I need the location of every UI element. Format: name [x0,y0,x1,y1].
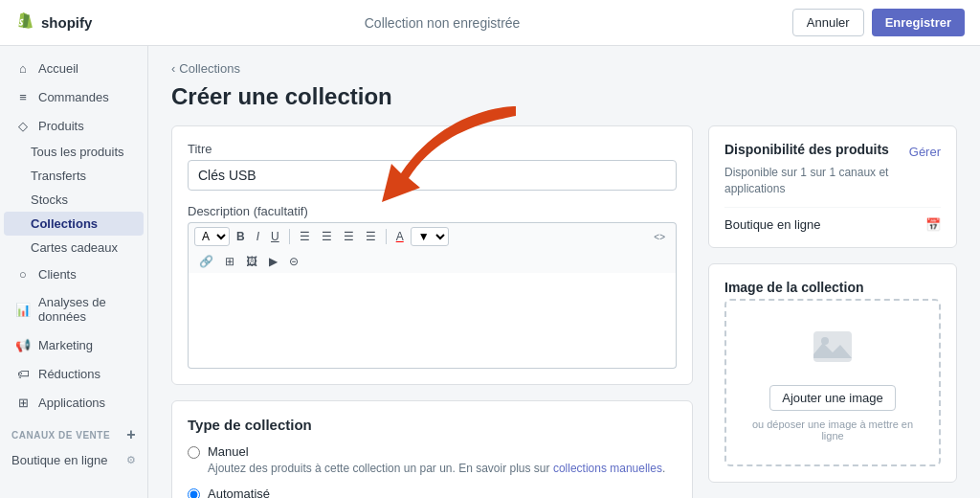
toolbar-divider-1 [289,229,290,244]
breadcrumb[interactable]: ‹ Collections [171,61,957,76]
save-button[interactable]: Enregistrer [872,9,965,36]
justify-button[interactable]: ☰ [361,228,381,245]
manage-link[interactable]: Gérer [909,145,941,159]
hr-button[interactable]: ⊝ [284,253,303,270]
underline-button[interactable]: U [266,228,284,245]
italic-button[interactable]: I [252,228,264,245]
color-button[interactable]: A [391,228,409,245]
main-content: ‹ Collections Créer une collection Titre… [148,46,980,498]
link-collections-manuelles[interactable]: collections manuelles [553,462,662,475]
clients-icon: ○ [15,266,31,282]
upload-button[interactable]: Ajouter une image [769,385,896,411]
home-icon: ⌂ [15,60,31,76]
radio-automatise-label[interactable]: Automatisé [208,487,270,498]
editor-toolbar-row2: 🔗 ⊞ 🖼 ▶ ⊝ [188,250,677,273]
image-button[interactable]: 🖼 [241,253,262,270]
topbar-actions: Annuler Enregistrer [792,9,965,36]
description-editor[interactable] [188,273,677,369]
radio-automatise-content: Automatisé Les produits existants et fut… [208,487,677,498]
editor-toolbar-row1: A B I U ☰ ☰ ☰ ☰ A ▼ [188,222,677,250]
channel-label: Boutique en ligne [11,453,107,467]
image-placeholder-icon [810,324,856,377]
collection-type-title: Type de collection [188,417,677,433]
sidebar-sub-cartes-cadeaux[interactable]: Cartes cadeaux [4,236,144,260]
add-channel-icon[interactable]: + [126,426,136,443]
html-button[interactable]: <> [649,230,670,244]
content-wrapper: Titre Description (facultatif) A B I U ☰… [171,125,957,498]
video-button[interactable]: ▶ [264,253,282,270]
sidebar-sub-collections[interactable]: Collections [4,212,144,236]
apps-icon: ⊞ [15,395,31,410]
image-icon-svg [810,324,856,370]
shopify-logo: shopify [15,12,92,34]
sidebar-item-applications[interactable]: ⊞ Applications [4,388,144,417]
sidebar-label-produits: Produits [38,119,84,133]
image-upload-area[interactable]: Ajouter une image ou déposer une image à… [724,299,941,466]
discounts-icon: 🏷 [15,366,31,381]
sidebar-item-accueil[interactable]: ⌂ Accueil [4,54,144,82]
toolbar-divider-2 [386,229,387,244]
title-input[interactable] [188,160,677,191]
topbar-title: Collection non enregistrée [92,15,791,31]
topbar: shopify Collection non enregistrée Annul… [0,0,980,46]
description-field-label: Description (facultatif) [188,204,677,218]
color-select[interactable]: ▼ [411,227,449,246]
cancel-button[interactable]: Annuler [792,9,864,36]
radio-manuel[interactable] [188,446,200,459]
sidebar-channel-boutique[interactable]: Boutique en ligne ⚙ [0,447,147,473]
channels-section-label: CANAUX DE VENTE + [0,417,147,447]
radio-item-automatise: Automatisé Les produits existants et fut… [188,487,677,498]
content-area: Titre Description (facultatif) A B I U ☰… [171,125,957,498]
sidebar-item-clients[interactable]: ○ Clients [4,260,144,288]
sidebar-label-reductions: Réductions [38,367,100,381]
svg-point-1 [821,337,829,345]
marketing-icon: 📢 [15,337,31,352]
radio-automatise[interactable] [188,488,200,498]
sidebar-sub-tous-produits[interactable]: Tous les produits [4,140,144,164]
format-select[interactable]: A [194,227,230,246]
link-button[interactable]: 🔗 [194,253,218,270]
channel-name: Boutique en ligne [724,217,820,232]
sidebar-sub-transferts[interactable]: Transferts [4,164,144,188]
sidebar: ⌂ Accueil ≡ Commandes ◇ Produits Tous le… [0,46,148,498]
radio-item-manuel: Manuel Ajoutez des produits à cette coll… [188,444,677,477]
sidebar-item-reductions[interactable]: 🏷 Réductions [4,359,144,388]
align-center-button[interactable]: ☰ [317,228,337,245]
title-description-card: Titre Description (facultatif) A B I U ☰… [171,125,693,385]
sidebar-item-analyses[interactable]: 📊 Analyses de données [4,288,144,330]
sidebar-label-clients: Clients [38,267,77,282]
sidebar-label-applications: Applications [38,396,105,410]
sidebar-item-marketing[interactable]: 📢 Marketing [4,330,144,359]
page-title: Créer une collection [171,83,957,110]
align-right-button[interactable]: ☰ [339,228,359,245]
radio-manuel-label[interactable]: Manuel [208,444,249,459]
availability-desc: Disponible sur 1 sur 1 canaux et applica… [724,165,941,197]
collection-type-card: Type de collection Manuel Ajoutez des pr… [171,400,693,498]
upload-hint: ou déposer une image à mettre en ligne [742,419,924,441]
sidebar-item-produits[interactable]: ◇ Produits [4,111,144,140]
radio-manuel-content: Manuel Ajoutez des produits à cette coll… [208,444,665,477]
sidebar-label-commandes: Commandes [38,90,109,104]
radio-manuel-desc: Ajoutez des produits à cette collection … [208,461,665,477]
channel-settings-icon[interactable]: ⚙ [126,454,136,466]
sidebar-label-marketing: Marketing [38,338,93,352]
main-layout: ⌂ Accueil ≡ Commandes ◇ Produits Tous le… [0,46,980,498]
breadcrumb-parent[interactable]: Collections [179,61,240,76]
table-button[interactable]: ⊞ [220,253,239,270]
main-column: Titre Description (facultatif) A B I U ☰… [171,125,693,498]
collection-type-options: Manuel Ajoutez des produits à cette coll… [188,444,677,498]
align-left-button[interactable]: ☰ [295,228,315,245]
image-card-title: Image de la collection [724,280,941,295]
sidebar-sub-stocks[interactable]: Stocks [4,188,144,212]
analytics-icon: 📊 [15,302,31,317]
logo-text: shopify [41,14,92,31]
orders-icon: ≡ [15,89,31,104]
sidebar-item-commandes[interactable]: ≡ Commandes [4,82,144,111]
image-card: Image de la collection Ajouter une image [708,263,957,483]
products-icon: ◇ [15,118,31,133]
bold-button[interactable]: B [232,228,250,245]
shopify-icon [15,12,36,34]
calendar-icon[interactable]: 📅 [925,217,941,232]
availability-title: Disponibilité des produits [724,142,889,157]
breadcrumb-arrow: ‹ [171,61,175,76]
